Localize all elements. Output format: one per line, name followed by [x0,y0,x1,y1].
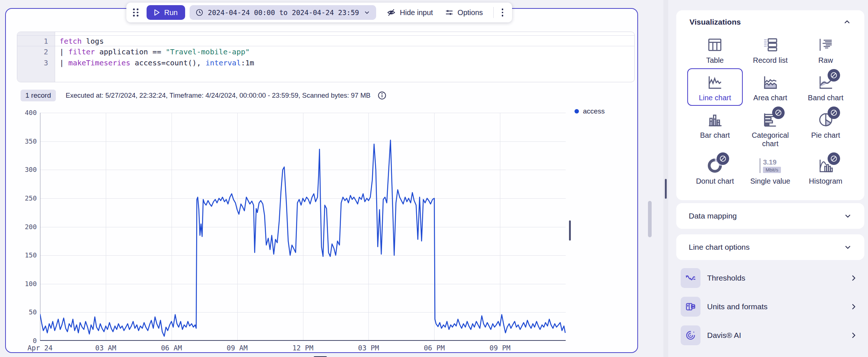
viz-item-label: Table [706,56,724,65]
units-and-formats-row[interactable]: Units and formats [676,294,864,320]
timeframe-selector[interactable]: 2024-04-24 00:00 to 2024-04-24 23:59 [190,5,376,20]
y-axis-tick-label: 100 [14,280,37,288]
chevron-up-icon[interactable] [843,18,851,26]
viz-item-label: Band chart [808,94,843,102]
code-line-2[interactable]: 2| filter application == "Travel-mobile-… [17,46,634,57]
drag-handle-icon[interactable] [133,8,138,17]
y-axis-tick-label: 300 [14,166,37,173]
thresholds-icon [681,268,700,288]
viz-item-band-chart[interactable]: Band chart [798,68,853,106]
gridline-horizontal [40,141,566,142]
notebook-toolbar: Run 2024-04-24 00:00 to 2024-04-24 23:59 [126,3,512,22]
gridline-horizontal [40,227,566,227]
bar-chart-icon [706,110,723,129]
gridline-horizontal [40,198,566,199]
timeframe-value: 2024-04-24 00:00 to 2024-04-24 23:59 [208,8,359,17]
line-number: 2 [17,46,55,57]
viz-item-label: Single value [750,177,790,185]
chevron-down-icon [844,212,852,220]
viz-item-single-value[interactable]: 3.19Mbit/sSingle value [743,152,798,189]
run-button[interactable]: Run [147,5,185,20]
viz-item-table[interactable]: Table [687,31,743,68]
clock-icon [195,8,204,17]
x-axis-tick-label: 03 AM [84,344,128,352]
davis-ai-icon [681,325,700,345]
content-scrollbar-thumb[interactable] [648,201,652,237]
x-axis-tick-label: 03 PM [346,344,390,352]
gridline-vertical [368,113,369,341]
line-number: 3 [17,57,55,68]
y-axis-tick-label: 400 [14,109,37,116]
chevron-down-icon [364,9,370,16]
viz-item-categorical-chart[interactable]: Categorical chart [743,106,798,152]
thresholds-row[interactable]: Thresholds [676,265,864,291]
record-list-icon [762,35,779,54]
line-chart-options-section[interactable]: Line chart options [676,234,864,260]
panel-resize-handle[interactable] [569,220,571,241]
units-and-formats-label: Units and formats [707,302,850,311]
data-mapping-section[interactable]: Data mapping [676,203,864,229]
disabled-badge-icon [772,107,785,119]
line-number: 1 [17,36,55,46]
x-axis-tick-label: 12 PM [281,344,325,352]
page-scrollbar-thumb[interactable] [665,179,667,199]
line-chart-options-label: Line chart options [689,243,750,252]
line-chart-icon [706,73,723,92]
gridline-vertical [172,113,172,341]
viz-item-donut-chart[interactable]: Donut chart [687,152,743,189]
results-bar: 1 record Executed at: 5/27/2024, 22:32:2… [21,90,387,101]
x-axis-tick-label: 09 PM [478,344,522,352]
viz-item-bar-chart[interactable]: Bar chart [687,106,743,152]
viz-item-area-chart[interactable]: Area chart [743,68,798,106]
viz-item-line-chart[interactable]: Line chart [687,68,743,106]
data-mapping-label: Data mapping [689,212,737,220]
viz-item-label: Categorical chart [750,131,791,148]
x-axis-tick-label: Apr 24 [18,344,62,352]
gridline-horizontal [40,170,566,170]
viz-item-pie-chart[interactable]: Pie chart [798,106,853,152]
hide-input-button[interactable]: Hide input [386,8,433,17]
disabled-badge-icon [828,107,840,119]
band-chart-icon [817,73,834,92]
viz-item-raw[interactable]: Raw [798,31,853,68]
histogram-icon [817,156,834,175]
x-axis-tick-label: 06 PM [412,344,456,352]
donut-chart-icon [706,156,723,175]
viz-item-label: Donut chart [696,177,734,185]
play-icon [154,9,160,16]
toolbar-divider [493,7,494,18]
notebook-page: 1fetch logs2| filter application == "Tra… [0,0,868,357]
y-axis-tick-label: 0 [14,337,37,345]
viz-item-label: Raw [818,56,833,65]
area-chart-icon [762,73,779,92]
page-scrollbar-track[interactable] [663,0,668,357]
viz-item-histogram[interactable]: Histogram [798,152,853,189]
davis-ai-label: Davis® AI [707,331,850,340]
x-axis-tick-label: 06 AM [150,344,194,352]
y-axis-tick-label: 250 [14,194,37,202]
raw-icon [817,35,834,54]
disabled-badge-icon [828,69,840,82]
viz-item-label: Bar chart [700,131,730,140]
info-icon[interactable] [377,91,387,100]
chart-plot-area[interactable] [40,113,566,341]
dql-editor[interactable]: 1fetch logs2| filter application == "Tra… [17,32,635,82]
gridline-vertical [500,113,500,341]
chart-legend-item-access[interactable]: access [575,107,605,115]
code-line-1[interactable]: 1fetch logs [17,35,634,46]
code-line-3[interactable]: 3| makeTimeseries access=count(), interv… [17,57,634,68]
more-options-kebab-icon[interactable] [500,6,506,19]
y-axis-tick-label: 150 [14,251,37,259]
viz-item-label: Record list [753,56,788,65]
visualizations-title: Visualizations [689,18,741,26]
options-button[interactable]: Options [445,8,483,17]
viz-item-label: Histogram [809,177,842,185]
code-text: fetch logs [55,36,104,46]
series-line-access [40,140,565,336]
davis-ai-row[interactable]: Davis® AI [676,322,864,348]
viz-item-record-list[interactable]: Record list [743,31,798,68]
gridline-horizontal [40,312,566,313]
pie-chart-icon [817,110,834,129]
code-text: | makeTimeseries access=count(), interva… [55,57,254,68]
disabled-badge-icon [717,152,729,165]
